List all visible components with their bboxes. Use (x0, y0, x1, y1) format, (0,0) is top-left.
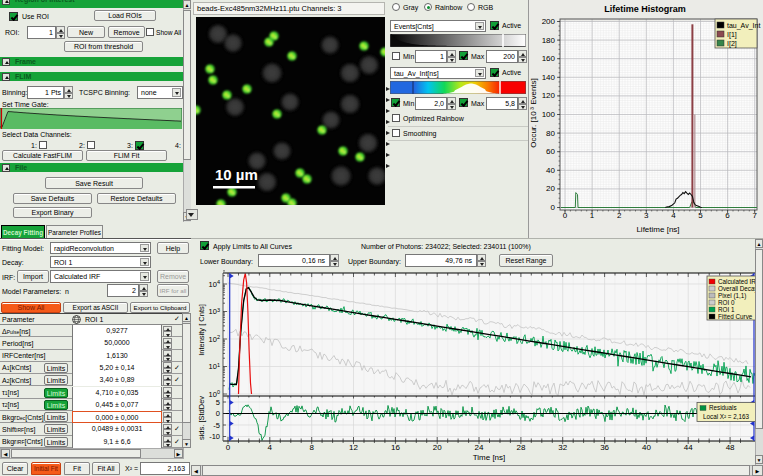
svg-text:Lifetime [ns]: Lifetime [ns] (636, 225, 679, 234)
svg-text:Lifetime Histogram: Lifetime Histogram (604, 4, 686, 14)
svg-text:-5: -5 (213, 421, 220, 430)
svg-text:4: 4 (671, 211, 676, 220)
svg-text:Calculated IRF: Calculated IRF (718, 278, 760, 285)
svg-text:2: 2 (617, 211, 622, 220)
svg-text:tau_Av_Int: tau_Av_Int (727, 22, 760, 30)
svg-text:5: 5 (698, 211, 703, 220)
svg-text:28: 28 (516, 443, 525, 452)
svg-text:40: 40 (642, 443, 651, 452)
svg-text:180: 180 (542, 36, 556, 45)
svg-text:160: 160 (542, 54, 556, 63)
svg-text:40: 40 (546, 166, 555, 175)
svg-text:5: 5 (216, 398, 220, 407)
svg-text:Time [ns]: Time [ns] (473, 453, 506, 462)
svg-text:Occur. [10 ³ Events]: Occur. [10 ³ Events] (529, 78, 538, 148)
svg-text:12: 12 (349, 443, 358, 452)
svg-text:20: 20 (546, 184, 555, 193)
svg-text:4: 4 (268, 443, 273, 452)
svg-text:32: 32 (558, 443, 567, 452)
svg-text:1: 1 (590, 211, 595, 220)
svg-text:ROI 1: ROI 1 (718, 306, 735, 313)
svg-text:I[2]: I[2] (727, 40, 737, 48)
svg-text:80: 80 (546, 129, 555, 138)
svg-text:0: 0 (226, 443, 231, 452)
svg-text:20: 20 (433, 443, 442, 452)
svg-text:200: 200 (542, 17, 556, 26)
svg-text:102: 102 (209, 334, 220, 344)
svg-text:0: 0 (563, 211, 568, 220)
svg-text:48: 48 (726, 443, 735, 452)
svg-text:Local X² = 2,163: Local X² = 2,163 (703, 413, 750, 420)
svg-text:10 µm: 10 µm (215, 166, 258, 183)
svg-text:6: 6 (725, 211, 730, 220)
svg-text:Fitted Curve: Fitted Curve (718, 313, 753, 320)
svg-text:60: 60 (546, 147, 555, 156)
svg-text:36: 36 (600, 443, 609, 452)
svg-text:I[1]: I[1] (727, 31, 737, 39)
svg-text:16: 16 (391, 443, 400, 452)
svg-text:7: 7 (752, 211, 757, 220)
svg-text:-10: -10 (209, 432, 220, 441)
svg-text:3: 3 (644, 211, 649, 220)
svg-text:104: 104 (209, 279, 220, 289)
svg-text:0: 0 (216, 409, 220, 418)
svg-text:120: 120 (542, 91, 556, 100)
svg-text:ROI 0: ROI 0 (718, 299, 735, 306)
svg-text:24: 24 (475, 443, 484, 452)
svg-text:Residuals: Residuals (709, 404, 737, 411)
svg-text:sids. [StdDev: sids. [StdDev (197, 396, 206, 440)
svg-text:8: 8 (309, 443, 314, 452)
svg-text:44: 44 (684, 443, 693, 452)
svg-text:100: 100 (542, 110, 556, 119)
svg-text:Intensity [ Cnts]: Intensity [ Cnts] (197, 304, 206, 356)
svg-text:140: 140 (542, 73, 556, 82)
svg-text:0: 0 (551, 203, 556, 212)
svg-text:103: 103 (209, 307, 220, 317)
svg-text:101: 101 (209, 362, 220, 372)
